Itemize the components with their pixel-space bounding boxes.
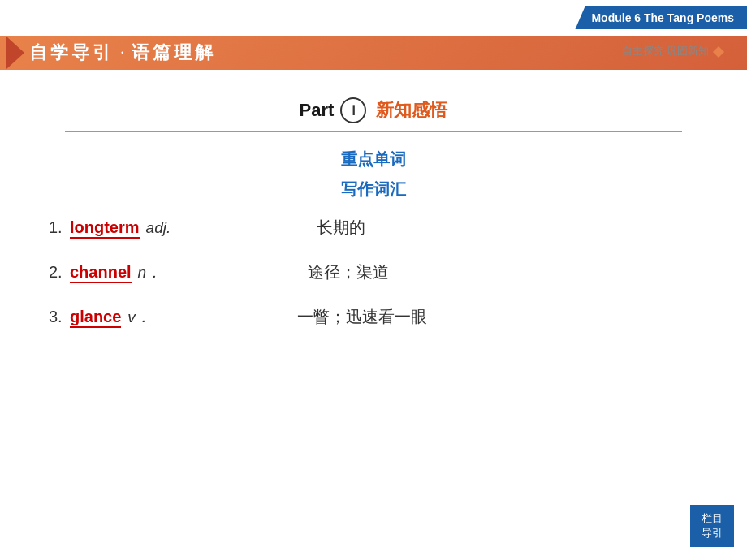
part-label: Part [300, 100, 335, 121]
vocab-number-2: 2. [49, 263, 67, 282]
vocab-pos-2: n． [138, 262, 162, 283]
vocab-word-3: glance [70, 308, 121, 328]
part-header: Part Ⅰ 新知感悟 [65, 97, 682, 132]
orange-diamond-icon [713, 46, 724, 58]
vocab-number-3: 3. [49, 308, 67, 326]
vocab-meaning-1: 长期的 [317, 217, 365, 239]
part-number: Ⅰ [340, 97, 366, 123]
nav-button-line1: 栏目 [702, 511, 723, 526]
header-dot: · [120, 42, 125, 63]
module-label: Module 6 The Tang Poems [575, 6, 747, 29]
vocabulary-list: 1. longterm adj. 长期的 2. channel n． 途径；渠道… [32, 217, 715, 328]
header-arrow-icon [6, 37, 24, 69]
vocab-word-1: longterm [70, 218, 140, 239]
vocab-number-1: 1. [49, 218, 67, 237]
vocab-item-2: 2. channel n． 途径；渠道 [49, 261, 715, 283]
writing-words-title: 写作词汇 [32, 179, 715, 200]
nav-button[interactable]: 栏目 导引 [690, 505, 734, 547]
vocab-pos-3: v． [127, 307, 151, 328]
header-title-part1: 自学导引 [29, 41, 114, 65]
header-subtitle: 自主探究·巩固新知 [622, 44, 723, 58]
vocab-pos-1: adj. [146, 219, 171, 237]
vocab-item-3: 3. glance v． 一瞥；迅速看一眼 [49, 306, 715, 328]
header-title-part2: 语篇理解 [132, 41, 216, 65]
vocab-word-2: channel [70, 263, 132, 283]
key-words-title: 重点单词 [32, 149, 715, 170]
part-title: 新知感悟 [376, 98, 447, 123]
main-content: Part Ⅰ 新知感悟 重点单词 写作词汇 1. longterm adj. 长… [0, 81, 747, 560]
vocab-meaning-2: 途径；渠道 [308, 261, 389, 283]
vocab-item-1: 1. longterm adj. 长期的 [49, 217, 715, 239]
vocab-meaning-3: 一瞥；迅速看一眼 [297, 306, 427, 328]
nav-button-line2: 导引 [702, 526, 723, 541]
